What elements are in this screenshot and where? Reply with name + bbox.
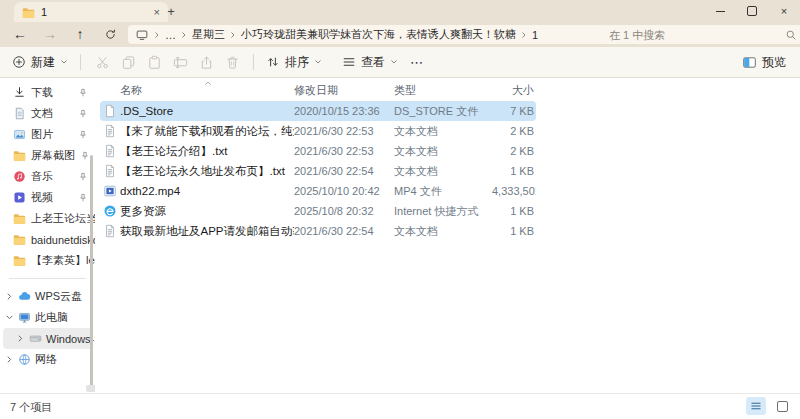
column-header-type[interactable]: 类型 <box>394 83 492 98</box>
pin-icon <box>80 151 90 161</box>
preview-label: 预览 <box>762 54 786 71</box>
column-header-date[interactable]: 修改日期 <box>294 83 394 98</box>
search-box <box>600 25 800 44</box>
sidebar-item-folder[interactable]: baidunetdiskdo <box>0 229 95 250</box>
toolbar-divider <box>253 54 254 70</box>
this-pc-icon[interactable] <box>135 28 149 42</box>
file-date: 2021/6/30 22:54 <box>294 165 394 177</box>
video-icon <box>13 191 26 204</box>
rename-icon <box>173 55 188 70</box>
sidebar-item-downloads[interactable]: 下载 <box>0 82 95 103</box>
document-icon <box>13 107 26 120</box>
sidebar-item-windows-ssd[interactable]: Windows-SSD <box>3 328 92 349</box>
paste-button[interactable] <box>141 51 167 73</box>
search-input[interactable] <box>607 28 785 42</box>
chevron-collapsed-icon[interactable] <box>5 292 14 301</box>
table-row[interactable]: 【来了就能下载和观看的论坛，纯免费！】.txt 2021/6/30 22:53 … <box>100 121 536 141</box>
new-tab-button[interactable]: + <box>162 2 180 20</box>
sidebar-item-videos[interactable]: 视频 <box>0 187 95 208</box>
sidebar-item-pictures[interactable]: 图片 <box>0 124 95 145</box>
window-controls: × <box>704 0 800 22</box>
sidebar-item-music[interactable]: 音乐 <box>0 166 95 187</box>
tab-close-icon[interactable]: × <box>154 7 160 18</box>
details-view-icon <box>750 400 762 412</box>
text-file-icon <box>103 144 117 158</box>
network-icon <box>18 353 31 366</box>
pin-icon <box>78 130 88 140</box>
copy-icon <box>121 55 136 70</box>
new-label: 新建 <box>31 54 55 71</box>
sidebar-item-documents[interactable]: 文档 <box>0 103 95 124</box>
table-row[interactable]: dxth22.mp4 2025/10/10 20:42 MP4 文件 4,333… <box>100 181 536 201</box>
forward-button[interactable]: → <box>40 24 60 44</box>
file-type: 文本文档 <box>394 124 492 139</box>
drive-icon <box>29 332 42 345</box>
sidebar-item-label: 视频 <box>31 190 53 205</box>
view-button[interactable]: 查看 <box>338 54 402 71</box>
view-toggle-buttons <box>746 397 792 415</box>
breadcrumb-item[interactable]: 小巧玲珑甜美兼职学妹首次下海，表情诱人爽翻天！软糖 <box>241 27 516 42</box>
chevron-collapsed-icon[interactable] <box>5 355 14 364</box>
file-size: 2 KB <box>492 145 536 157</box>
pin-icon <box>78 193 88 203</box>
preview-toggle[interactable]: 预览 <box>742 54 786 71</box>
chevron-collapsed-icon[interactable] <box>16 334 25 343</box>
file-date: 2020/10/15 23:36 <box>294 105 394 117</box>
pin-icon <box>78 109 88 119</box>
sidebar-scrollbar[interactable] <box>90 155 93 392</box>
music-icon <box>13 170 26 183</box>
sidebar-item-network[interactable]: 网络 <box>0 349 95 370</box>
close-button[interactable]: × <box>768 0 800 22</box>
large-icons-view-button[interactable] <box>772 397 792 415</box>
breadcrumb-overflow[interactable]: … <box>165 29 176 41</box>
table-row[interactable]: 【老王论坛介绍】.txt 2021/6/30 22:53 文本文档 2 KB <box>100 141 536 161</box>
file-type: 文本文档 <box>394 224 492 239</box>
share-button[interactable] <box>193 51 219 73</box>
file-type: MP4 文件 <box>394 184 492 199</box>
sidebar-item-wps-cloud[interactable]: WPS云盘 <box>0 286 95 307</box>
back-button[interactable]: ← <box>10 24 30 44</box>
table-row[interactable]: 更多资源 2025/10/8 20:32 Internet 快捷方式 1 KB <box>100 201 536 221</box>
file-size: 4,333,501 KB <box>492 185 536 197</box>
preview-pane-icon <box>742 55 757 70</box>
cut-button[interactable] <box>89 51 115 73</box>
file-name: .DS_Store <box>120 105 294 117</box>
sidebar-item-label: 文档 <box>31 106 53 121</box>
file-type: DS_STORE 文件 <box>394 104 492 119</box>
maximize-button[interactable] <box>736 0 768 22</box>
sidebar-item-folder[interactable]: 上老王论坛当老 <box>0 208 95 229</box>
address-bar[interactable]: … 星期三 小巧玲珑甜美兼职学妹首次下海，表情诱人爽翻天！软糖 1 <box>128 25 604 44</box>
file-date: 2025/10/8 20:32 <box>294 205 394 217</box>
navigation-bar: ← → ↑ … 星期三 小巧玲珑甜美兼职学妹首次下海，表情诱人爽翻天！软糖 1 <box>0 22 800 47</box>
cut-icon <box>95 55 110 70</box>
copy-button[interactable] <box>115 51 141 73</box>
file-name: 【来了就能下载和观看的论坛，纯免费！】.txt <box>120 124 294 139</box>
explorer-tab[interactable]: 1 × <box>14 2 168 22</box>
maximize-icon <box>747 6 757 16</box>
sidebar-item-this-pc[interactable]: 此电脑 <box>0 307 95 328</box>
minimize-button[interactable] <box>704 0 736 22</box>
more-options-button[interactable]: ⋯ <box>410 55 424 70</box>
table-row[interactable]: .DS_Store 2020/10/15 23:36 DS_STORE 文件 7… <box>100 101 536 121</box>
file-explorer-window: 1 × + × ← → ↑ … 星期三 小巧玲珑甜美兼职学妹首次下海，表情诱人爽… <box>0 0 800 419</box>
up-button[interactable]: ↑ <box>70 24 90 44</box>
sidebar-item-folder[interactable]: 【李素英】leees <box>0 250 95 271</box>
breadcrumb-item[interactable]: 1 <box>532 29 538 41</box>
delete-button[interactable] <box>219 51 245 73</box>
chevron-right-icon <box>153 31 161 39</box>
table-row[interactable]: 获取最新地址及APP请发邮箱自动获取.txt 2021/6/30 22:54 文… <box>100 221 536 241</box>
breadcrumb-item[interactable]: 星期三 <box>192 27 225 42</box>
rename-button[interactable] <box>167 51 193 73</box>
table-row[interactable]: 【老王论坛永久地址发布页】.txt 2021/6/30 22:54 文本文档 1… <box>100 161 536 181</box>
column-header-size[interactable]: 大小 <box>492 83 536 98</box>
chevron-down-icon <box>314 58 322 66</box>
new-button[interactable]: 新建 <box>8 54 72 71</box>
sidebar-item-screenshots[interactable]: 屏幕截图 <box>0 145 95 166</box>
file-size: 2 KB <box>492 125 536 137</box>
view-label: 查看 <box>361 54 385 71</box>
details-view-button[interactable] <box>746 397 766 415</box>
chevron-expanded-icon[interactable] <box>5 313 14 322</box>
sort-label: 排序 <box>285 54 309 71</box>
refresh-button[interactable] <box>100 24 120 44</box>
sort-button[interactable]: 排序 <box>262 54 326 71</box>
